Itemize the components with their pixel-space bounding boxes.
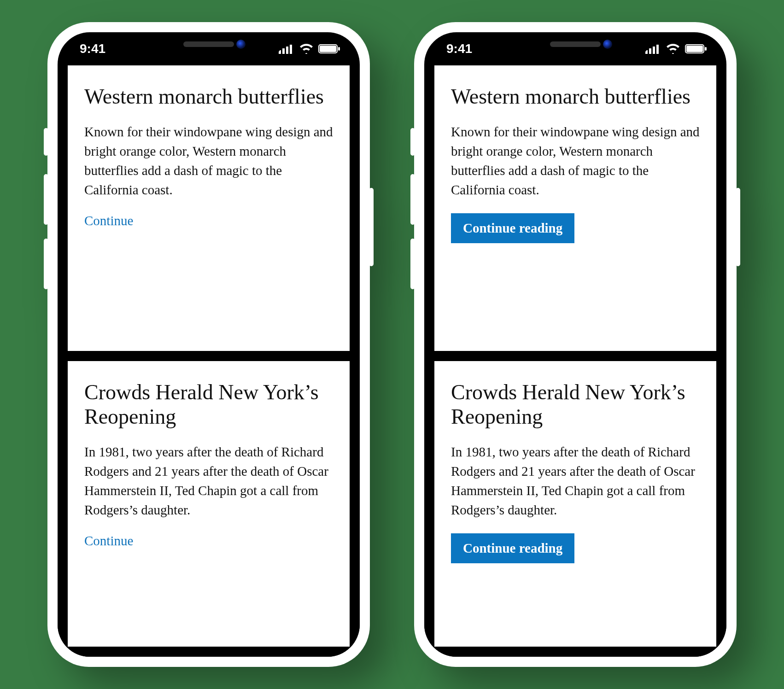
continue-reading-button[interactable]: Continue reading: [451, 533, 574, 563]
svg-rect-12: [686, 46, 703, 52]
article-card: Western monarch butterflies Known for th…: [434, 65, 716, 351]
continue-reading-button[interactable]: Continue reading: [451, 213, 574, 243]
silence-switch: [44, 128, 48, 156]
phone-mockup-left: 9:41 Western monarch butterflies Known f…: [47, 22, 370, 667]
article-body: Known for their windowpane wing design a…: [84, 122, 333, 199]
phone-screen: 9:41 Western monarch butterflies Known f…: [58, 32, 360, 657]
continue-link[interactable]: Continue: [84, 533, 133, 549]
front-camera: [236, 40, 246, 49]
article-body: In 1981, two years after the death of Ri…: [84, 442, 333, 520]
article-title: Crowds Herald New York’s Reopening: [451, 380, 700, 429]
silence-switch: [410, 128, 415, 156]
speaker-grille: [183, 41, 234, 47]
status-right: [279, 44, 340, 54]
article-title: Crowds Herald New York’s Reopening: [84, 380, 333, 429]
svg-rect-2: [286, 47, 288, 54]
speaker-grille: [550, 41, 601, 47]
notch: [502, 32, 649, 56]
volume-up-button: [44, 174, 48, 225]
article-title: Western monarch butterflies: [451, 85, 700, 109]
status-right: [645, 44, 707, 54]
article-body: Known for their windowpane wing design a…: [451, 122, 700, 199]
phone-mockup-right: 9:41 Western monarch butterflies Known f…: [414, 22, 737, 667]
volume-down-button: [44, 239, 48, 289]
svg-rect-5: [320, 46, 336, 52]
status-time: 9:41: [80, 41, 105, 56]
svg-rect-8: [649, 48, 651, 54]
article-body: In 1981, two years after the death of Ri…: [451, 442, 700, 520]
content-area: Western monarch butterflies Known for th…: [58, 65, 360, 657]
volume-up-button: [410, 174, 415, 225]
content-area: Western monarch butterflies Known for th…: [424, 65, 726, 657]
svg-rect-9: [653, 47, 655, 54]
power-button: [369, 188, 374, 266]
svg-rect-13: [705, 47, 707, 51]
svg-rect-6: [338, 47, 340, 51]
front-camera: [603, 40, 612, 49]
article-card: Crowds Herald New York’s Reopening In 19…: [434, 361, 716, 647]
article-title: Western monarch butterflies: [84, 85, 333, 109]
article-card: Crowds Herald New York’s Reopening In 19…: [68, 361, 350, 647]
status-time: 9:41: [446, 41, 472, 56]
svg-rect-1: [282, 48, 285, 54]
battery-icon: [685, 44, 707, 54]
wifi-icon: [299, 44, 314, 54]
svg-rect-3: [290, 45, 292, 54]
phone-screen: 9:41 Western monarch butterflies Known f…: [424, 32, 726, 657]
power-button: [736, 188, 740, 266]
article-card: Western monarch butterflies Known for th…: [68, 65, 350, 351]
svg-rect-10: [656, 45, 659, 54]
battery-icon: [318, 44, 340, 54]
volume-down-button: [410, 239, 415, 289]
notch: [135, 32, 282, 56]
wifi-icon: [666, 44, 680, 54]
continue-link[interactable]: Continue: [84, 213, 133, 228]
